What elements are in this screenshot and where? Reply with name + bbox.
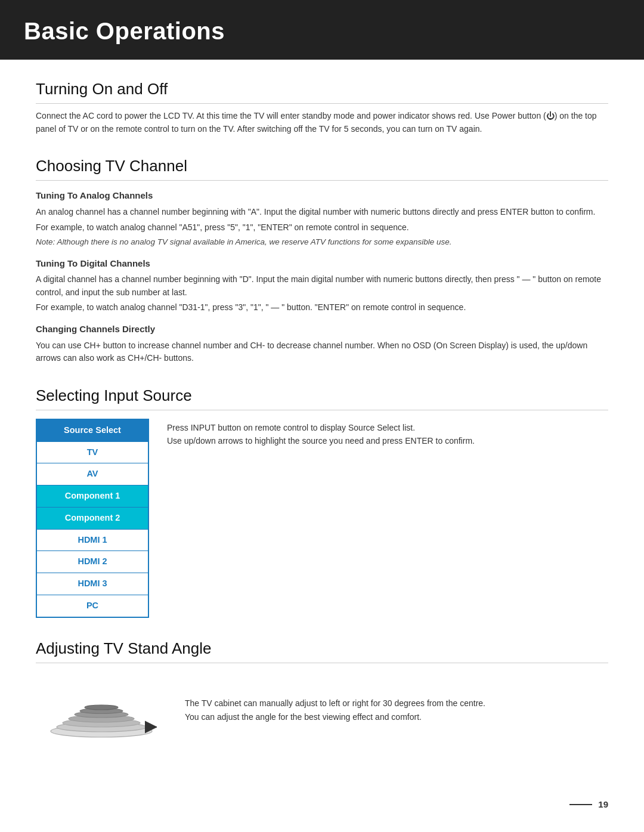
section-selecting-input: Selecting Input Source Source Select TV … <box>36 384 608 618</box>
page-number-line <box>569 804 592 805</box>
turning-on-off-body: Connect the AC cord to power the LCD TV.… <box>36 110 608 135</box>
digital-body2: For example, to watch analog channel "D3… <box>36 301 608 314</box>
section-turning-on-off: Turning On and Off Connect the AC cord t… <box>36 78 608 135</box>
page-header: Basic Operations <box>0 0 644 60</box>
changing-body: You can use CH+ button to increase chann… <box>36 339 608 365</box>
analog-body2: For example, to watch analog channel "A5… <box>36 221 608 234</box>
analog-note: Note: Although there is no analog TV sig… <box>36 236 608 248</box>
source-item-hdmi3: HDMI 3 <box>37 573 148 595</box>
section-title-choosing: Choosing TV Channel <box>36 154 608 181</box>
source-item-hdmi1: HDMI 1 <box>37 530 148 552</box>
subsection-title-digital: Tuning To Digital Channels <box>36 257 608 271</box>
source-desc-line2: Use up/down arrows to highlight the sour… <box>167 434 608 447</box>
source-item-header: Source Select <box>37 420 148 442</box>
section-choosing-channel: Choosing TV Channel Tuning To Analog Cha… <box>36 154 608 365</box>
source-item-hdmi2: HDMI 2 <box>37 551 148 573</box>
subsection-title-changing: Changing Channels Directly <box>36 323 608 336</box>
page-number-bar: 19 <box>0 792 644 824</box>
source-desc-line1: Press INPUT button on remote control to … <box>167 421 608 434</box>
section-title-turning: Turning On and Off <box>36 78 608 104</box>
source-select-box: Source Select TV AV Component 1 Componen… <box>36 419 149 618</box>
svg-point-6 <box>85 705 118 710</box>
source-item-pc: PC <box>37 595 148 617</box>
subsection-title-analog: Tuning To Analog Channels <box>36 189 608 203</box>
section-title-stand: Adjusting TV Stand Angle <box>36 637 608 663</box>
analog-body1: An analog channel has a channel number b… <box>36 206 608 219</box>
source-item-component2: Component 2 <box>37 508 148 530</box>
page-content: Turning On and Off Connect the AC cord t… <box>0 78 644 792</box>
input-source-layout: Source Select TV AV Component 1 Componen… <box>36 419 608 618</box>
source-description: Press INPUT button on remote control to … <box>167 419 608 448</box>
source-item-component1: Component 1 <box>37 485 148 508</box>
page-number: 19 <box>598 798 608 812</box>
digital-body1: A digital channel has a channel number b… <box>36 273 608 299</box>
source-item-av: AV <box>37 463 148 485</box>
stand-desc-line1: The TV cabinet can manually adjust to le… <box>185 697 608 710</box>
section-adjusting-stand: Adjusting TV Stand Angle <box>36 637 608 749</box>
section-title-selecting: Selecting Input Source <box>36 384 608 410</box>
stand-description: The TV cabinet can manually adjust to le… <box>185 697 608 723</box>
stand-section-layout: The TV cabinet can manually adjust to le… <box>36 672 608 749</box>
stand-desc-line2: You can adjust the angle for the best vi… <box>185 710 608 723</box>
source-item-tv: TV <box>37 442 148 464</box>
stand-illustration <box>36 672 167 749</box>
stand-svg <box>39 675 164 746</box>
page-title: Basic Operations <box>24 13 620 49</box>
